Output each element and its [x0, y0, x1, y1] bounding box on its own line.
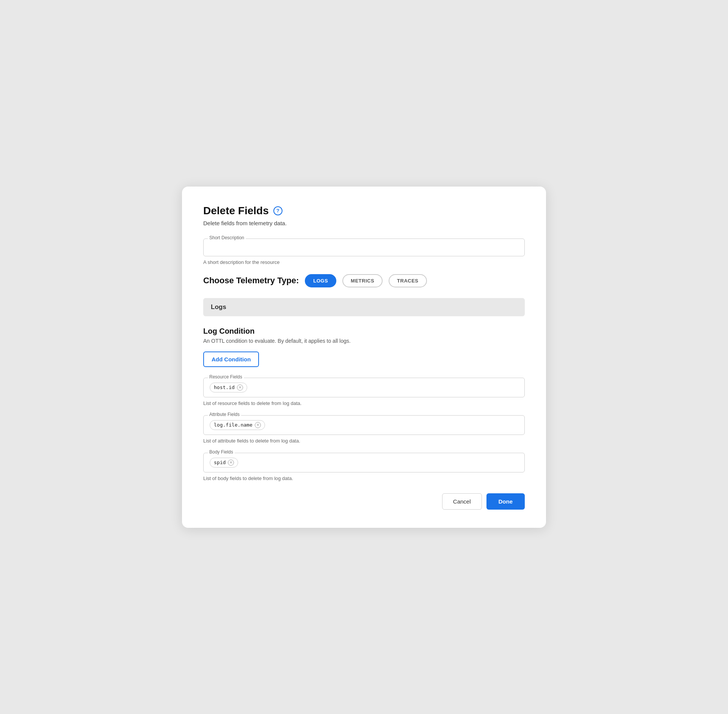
log-condition-title: Log Condition [203, 327, 525, 336]
resource-fields-input-box[interactable]: host.id ✕ [203, 378, 525, 397]
add-condition-button[interactable]: Add Condition [203, 352, 259, 367]
attribute-fields-label: Attribute Fields [208, 412, 241, 417]
resource-tag-remove-btn[interactable]: ✕ [237, 384, 243, 391]
attribute-fields-input-box[interactable]: log.file.name ✕ [203, 415, 525, 435]
telemetry-btn-traces[interactable]: TRACES [389, 274, 427, 287]
modal-footer: Cancel Done [203, 493, 525, 510]
body-field-tag-spid: spid ✕ [210, 458, 238, 468]
modal-title: Delete Fields [203, 205, 269, 217]
body-fields-input-box[interactable]: spid ✕ [203, 453, 525, 472]
telemetry-type-label: Choose Telemetry Type: [203, 276, 299, 286]
body-tag-label: spid [214, 460, 226, 465]
section-banner: Logs [203, 298, 525, 316]
short-description-input[interactable] [203, 239, 525, 256]
short-description-hint: A short description for the resource [203, 259, 525, 265]
resource-fields-label: Resource Fields [208, 374, 244, 380]
resource-fields-hint: List of resource fields to delete from l… [203, 400, 525, 406]
done-button[interactable]: Done [486, 493, 525, 510]
cancel-button[interactable]: Cancel [442, 493, 482, 510]
resource-field-tag-host-id: host.id ✕ [210, 383, 247, 392]
resource-tag-label: host.id [214, 384, 235, 390]
help-icon[interactable]: ? [273, 206, 282, 215]
modal-header: Delete Fields ? [203, 205, 525, 217]
attribute-fields-group: Attribute Fields log.file.name ✕ [203, 415, 525, 435]
body-fields-group: Body Fields spid ✕ [203, 453, 525, 472]
telemetry-type-section: Choose Telemetry Type: LOGS METRICS TRAC… [203, 274, 525, 287]
modal-subtitle: Delete fields from telemetry data. [203, 220, 525, 226]
help-icon-label: ? [276, 208, 279, 213]
body-tag-remove-btn[interactable]: ✕ [228, 460, 234, 466]
attribute-tag-label: log.file.name [214, 422, 253, 428]
body-fields-hint: List of body fields to delete from log d… [203, 475, 525, 481]
section-banner-label: Logs [211, 303, 226, 311]
telemetry-btn-metrics[interactable]: METRICS [342, 274, 383, 287]
body-fields-label: Body Fields [208, 449, 235, 455]
telemetry-btn-logs[interactable]: LOGS [305, 274, 336, 287]
attribute-fields-hint: List of attribute fields to delete from … [203, 438, 525, 444]
short-description-group: Short Description [203, 239, 525, 256]
modal-container: Delete Fields ? Delete fields from telem… [182, 187, 546, 528]
attribute-field-tag-log-file-name: log.file.name ✕ [210, 420, 265, 430]
log-condition-description: An OTTL condition to evaluate. By defaul… [203, 338, 525, 344]
attribute-tag-remove-btn[interactable]: ✕ [255, 422, 261, 428]
resource-fields-group: Resource Fields host.id ✕ [203, 378, 525, 397]
short-description-label: Short Description [208, 235, 246, 240]
